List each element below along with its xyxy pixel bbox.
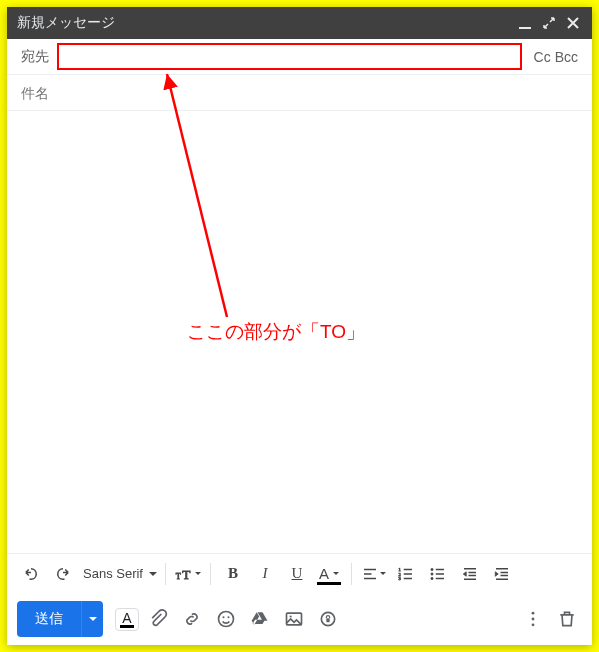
send-row: 送信 A [7,593,592,645]
svg-point-9 [219,612,234,627]
confidential-mode-icon[interactable] [313,604,343,634]
svg-point-18 [532,623,535,626]
numbered-list-button[interactable]: 123 [392,559,420,589]
svg-point-16 [532,612,535,615]
bold-button[interactable]: B [219,559,247,589]
minimize-icon[interactable] [516,7,534,39]
to-input[interactable] [57,43,522,70]
svg-point-6 [431,568,433,570]
svg-point-8 [431,577,433,579]
underline-button[interactable]: U [283,559,311,589]
align-button[interactable] [360,559,388,589]
recipients-row: 宛先 Cc Bcc [7,39,592,75]
font-family-label: Sans Serif [83,566,143,581]
svg-point-11 [228,616,230,618]
restore-icon[interactable] [540,7,558,39]
send-label: 送信 [35,610,63,628]
svg-point-10 [223,616,225,618]
formatting-options-button[interactable]: A [115,608,139,631]
formatting-toolbar: Sans Serif TT B I U A 123 [7,553,592,593]
subject-input[interactable] [21,85,578,101]
text-color-button[interactable]: A [315,559,343,589]
titlebar: 新規メッセージ [7,7,592,39]
divider [210,563,211,585]
svg-point-13 [290,615,292,617]
svg-text:3: 3 [398,576,401,581]
more-options-icon[interactable] [518,604,548,634]
send-button-group: 送信 [17,601,103,637]
drive-icon[interactable] [245,604,275,634]
send-button[interactable]: 送信 [17,601,81,637]
subject-row [7,75,592,111]
insert-link-icon[interactable] [177,604,207,634]
insert-photo-icon[interactable] [279,604,309,634]
divider [165,563,166,585]
redo-icon[interactable] [49,559,77,589]
close-icon[interactable] [564,7,582,39]
svg-point-7 [431,572,433,574]
attach-file-icon[interactable] [143,604,173,634]
svg-text:T: T [183,567,191,582]
message-body[interactable] [7,111,592,553]
insert-emoji-icon[interactable] [211,604,241,634]
bcc-button[interactable]: Bcc [555,49,578,65]
discard-draft-icon[interactable] [552,604,582,634]
bulleted-list-button[interactable] [424,559,452,589]
svg-rect-15 [326,618,329,622]
indent-less-button[interactable] [456,559,484,589]
compose-window: 新規メッセージ 宛先 Cc Bcc Sans Serif TT [7,7,592,645]
font-family-select[interactable]: Sans Serif [79,566,159,581]
font-size-icon[interactable]: TT [174,559,202,589]
svg-point-17 [532,618,535,621]
indent-more-button[interactable] [488,559,516,589]
to-label: 宛先 [21,48,49,66]
cc-button[interactable]: Cc [534,49,551,65]
svg-text:T: T [176,572,181,581]
undo-icon[interactable] [17,559,45,589]
italic-button[interactable]: I [251,559,279,589]
divider [351,563,352,585]
send-options-button[interactable] [81,601,103,637]
window-title: 新規メッセージ [17,14,115,32]
